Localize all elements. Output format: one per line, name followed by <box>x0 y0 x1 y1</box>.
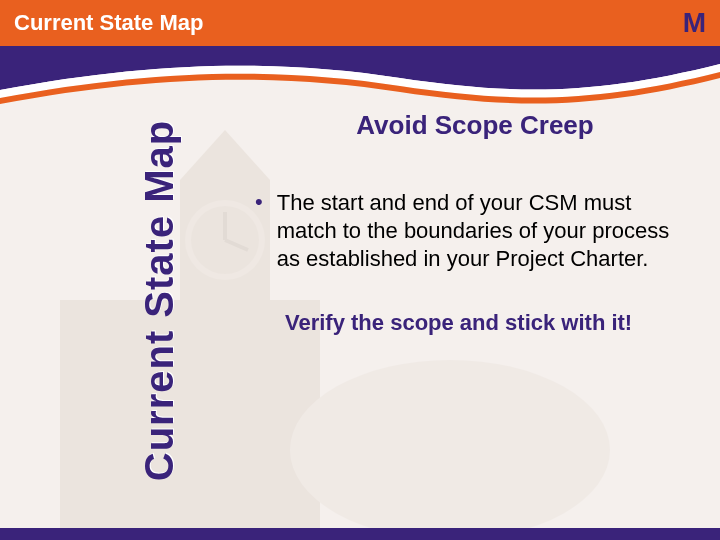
slide-content: Avoid Scope Creep • The start and end of… <box>255 110 695 337</box>
footer-strip <box>0 528 720 540</box>
bullet-dot-icon: • <box>255 189 263 215</box>
svg-rect-11 <box>280 340 310 390</box>
svg-rect-9 <box>90 410 120 460</box>
bullet-item: • The start and end of your CSM must mat… <box>255 189 695 273</box>
wave-decoration <box>0 46 720 106</box>
svg-point-13 <box>290 360 610 540</box>
emphasis-text: Verify the scope and stick with it! <box>285 309 695 337</box>
phase-letter: M <box>683 7 706 39</box>
sidebar-vertical-label: Current State Map <box>120 100 200 500</box>
sidebar-text: Current State Map <box>138 119 183 481</box>
header-title: Current State Map <box>14 10 203 36</box>
header-bar: Current State Map M <box>0 0 720 46</box>
svg-rect-7 <box>90 340 120 390</box>
bullet-text: The start and end of your CSM must match… <box>277 189 695 273</box>
slide-title: Avoid Scope Creep <box>255 110 695 141</box>
